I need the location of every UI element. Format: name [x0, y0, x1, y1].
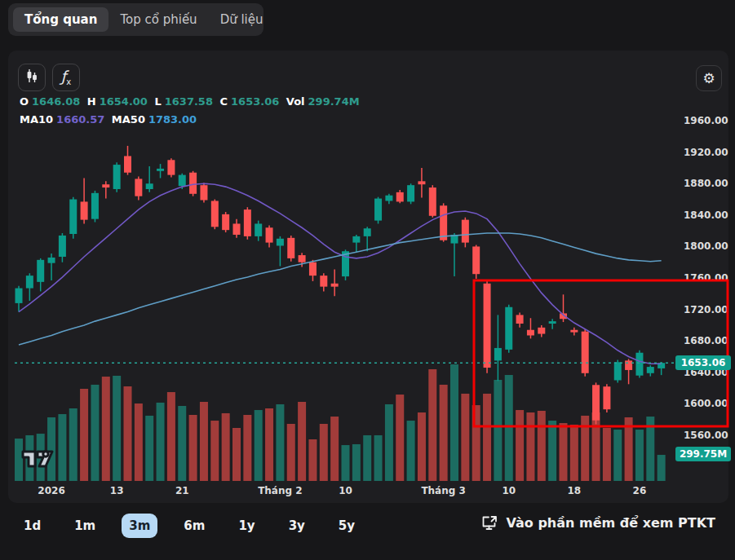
- tab-top-co-phieu[interactable]: Top cổ phiếu: [108, 7, 208, 32]
- range-5y-button[interactable]: 5y: [331, 514, 362, 538]
- price-tick-label: 1600.00: [684, 398, 734, 409]
- price-tick-label: 1960.00: [684, 115, 734, 126]
- chart-card: ƒx ⚙ O1646.08 H1654.00 L1637.58 C1653.06…: [8, 51, 728, 503]
- range-3m-button[interactable]: 3m: [122, 514, 157, 538]
- settings-button[interactable]: ⚙: [696, 65, 722, 91]
- time-tick-label: 10: [339, 485, 352, 496]
- open-ptkt-label: Vào phần mềm để xem PTKT: [507, 515, 715, 531]
- indicators-button[interactable]: ƒx: [52, 64, 80, 91]
- app-page: Tổng quan Top cổ phiếu Dữ liệu ƒx ⚙ O164…: [0, 0, 735, 560]
- range-6m-button[interactable]: 6m: [176, 514, 212, 538]
- range-1d-button[interactable]: 1d: [16, 514, 48, 538]
- time-tick-label: Tháng 2: [258, 485, 303, 496]
- gear-icon: ⚙: [702, 70, 715, 86]
- price-tick-label: 1920.00: [684, 147, 734, 158]
- range-bar: 1d 1m 3m 6m 1y 3y 5y: [16, 511, 362, 540]
- chart-canvas[interactable]: [15, 99, 677, 483]
- open-ptkt-link[interactable]: Vào phần mềm để xem PTKT: [481, 515, 715, 531]
- chart-type-button[interactable]: [18, 64, 46, 91]
- candlestick-icon: [24, 68, 39, 86]
- price-tick-label: 1720.00: [684, 304, 734, 315]
- fx-icon: ƒx: [61, 68, 71, 86]
- range-3y-button[interactable]: 3y: [281, 514, 312, 538]
- price-tick-label: 1760.00: [684, 272, 734, 284]
- time-tick-label: 21: [175, 485, 189, 496]
- range-1m-button[interactable]: 1m: [67, 514, 103, 538]
- time-tick-label: 18: [567, 485, 581, 496]
- external-screen-icon: [481, 515, 498, 531]
- price-tick-label: 1880.00: [684, 178, 734, 189]
- price-tick-label: 1800.00: [684, 240, 734, 252]
- tab-tong-quan[interactable]: Tổng quan: [13, 7, 108, 32]
- time-tick-label: 26: [633, 485, 647, 496]
- time-tick-label: 2026: [38, 485, 64, 496]
- price-tick-label: 1680.00: [684, 335, 734, 346]
- price-tick-label: 1560.00: [684, 430, 734, 441]
- current-price-badge: 1653.06: [675, 355, 731, 370]
- range-1y-button[interactable]: 1y: [231, 514, 262, 538]
- tab-bar: Tổng quan Top cổ phiếu Dữ liệu: [8, 3, 263, 36]
- time-tick-label: Tháng 3: [421, 485, 466, 496]
- price-tick-label: 1840.00: [684, 209, 734, 221]
- current-volume-badge: 299.75M: [675, 447, 731, 461]
- tab-du-lieu[interactable]: Dữ liệu: [209, 7, 275, 32]
- time-tick-label: 13: [110, 485, 124, 496]
- time-tick-label: 10: [502, 485, 516, 496]
